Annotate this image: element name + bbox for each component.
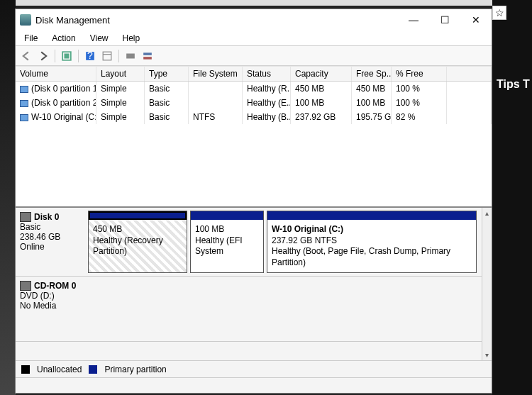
col-type[interactable]: Type bbox=[145, 66, 189, 81]
statusbar bbox=[16, 377, 492, 393]
bg-text: Tips T bbox=[497, 78, 530, 90]
disk-header[interactable]: Disk 0Basic238.46 GBOnline bbox=[16, 208, 85, 276]
disk-partitions: 450 MBHealthy (Recovery Partition)100 MB… bbox=[85, 208, 482, 276]
disk-icon bbox=[20, 281, 31, 291]
volume-row[interactable]: W-10 Original (C:)SimpleBasicNTFSHealthy… bbox=[16, 110, 492, 124]
close-button[interactable]: ✕ bbox=[460, 9, 492, 30]
volume-header-row: Volume Layout Type File System Status Ca… bbox=[16, 66, 492, 82]
minimize-button[interactable]: — bbox=[398, 9, 429, 30]
partition[interactable]: 450 MBHealthy (Recovery Partition) bbox=[88, 211, 187, 273]
col-fs[interactable]: File System bbox=[189, 66, 243, 81]
legend-unallocated: Unallocated bbox=[37, 365, 82, 374]
titlebar[interactable]: Disk Management — ☐ ✕ bbox=[16, 9, 492, 30]
svg-rect-4 bbox=[103, 52, 111, 60]
disk-icon bbox=[20, 212, 31, 222]
volume-row[interactable]: (Disk 0 partition 2)SimpleBasicHealthy (… bbox=[16, 96, 492, 110]
legend-primary: Primary partition bbox=[104, 365, 166, 374]
partition[interactable]: W-10 Original (C:)237.92 GB NTFSHealthy … bbox=[267, 211, 477, 273]
maximize-button[interactable]: ☐ bbox=[429, 9, 460, 30]
volume-list[interactable]: Volume Layout Type File System Status Ca… bbox=[16, 66, 492, 208]
svg-rect-6 bbox=[126, 53, 135, 58]
app-icon bbox=[20, 14, 31, 26]
toolbar: ? bbox=[16, 46, 492, 66]
toolbar-icon-4[interactable] bbox=[140, 48, 155, 64]
toolbar-icon-3[interactable] bbox=[123, 48, 138, 64]
disk-row: Disk 0Basic238.46 GBOnline450 MBHealthy … bbox=[16, 208, 492, 277]
window-title: Disk Management bbox=[35, 15, 398, 26]
bookmark-star-icon[interactable]: ☆ bbox=[492, 6, 506, 20]
menu-file[interactable]: File bbox=[18, 32, 43, 45]
volume-icon bbox=[20, 100, 28, 107]
forward-button[interactable] bbox=[35, 48, 51, 64]
partition[interactable]: 100 MBHealthy (EFI System bbox=[190, 211, 264, 273]
volume-row[interactable]: (Disk 0 partition 1)SimpleBasicHealthy (… bbox=[16, 82, 492, 96]
toolbar-icon-2[interactable] bbox=[99, 48, 115, 64]
col-capacity[interactable]: Capacity bbox=[291, 66, 352, 81]
col-free[interactable]: Free Sp... bbox=[352, 66, 392, 81]
back-button[interactable] bbox=[18, 48, 34, 64]
col-volume[interactable]: Volume bbox=[16, 66, 96, 81]
col-status[interactable]: Status bbox=[243, 66, 291, 81]
scroll-down-icon[interactable]: ▾ bbox=[484, 350, 490, 360]
disk-management-window: Disk Management — ☐ ✕ File Action View H… bbox=[15, 9, 492, 394]
svg-rect-8 bbox=[143, 57, 152, 60]
scroll-up-icon[interactable]: ▴ bbox=[484, 208, 490, 218]
help-icon[interactable]: ? bbox=[82, 48, 98, 64]
col-pct[interactable]: % Free bbox=[392, 66, 447, 81]
menubar: File Action View Help bbox=[16, 30, 492, 46]
disk-graphical-view: Disk 0Basic238.46 GBOnline450 MBHealthy … bbox=[16, 208, 492, 360]
disk-header[interactable]: CD-ROM 0DVD (D:)No Media bbox=[16, 277, 85, 341]
toolbar-icon-1[interactable] bbox=[59, 48, 74, 64]
menu-help[interactable]: Help bbox=[117, 32, 146, 45]
volume-icon bbox=[20, 86, 28, 93]
legend: Unallocated Primary partition bbox=[16, 360, 492, 377]
svg-rect-1 bbox=[65, 53, 70, 58]
browser-tabstrip bbox=[16, 0, 492, 6]
menu-action[interactable]: Action bbox=[46, 32, 81, 45]
col-spare[interactable] bbox=[447, 66, 492, 81]
disk-partitions bbox=[85, 277, 482, 341]
vertical-scrollbar[interactable]: ▴ ▾ bbox=[482, 208, 492, 360]
disk-row: CD-ROM 0DVD (D:)No Media bbox=[16, 277, 492, 342]
col-layout[interactable]: Layout bbox=[96, 66, 145, 81]
menu-view[interactable]: View bbox=[84, 32, 114, 45]
volume-icon bbox=[20, 114, 28, 121]
svg-text:?: ? bbox=[87, 51, 93, 61]
unallocated-swatch bbox=[21, 365, 30, 374]
svg-rect-7 bbox=[143, 52, 152, 55]
primary-swatch bbox=[89, 365, 97, 374]
